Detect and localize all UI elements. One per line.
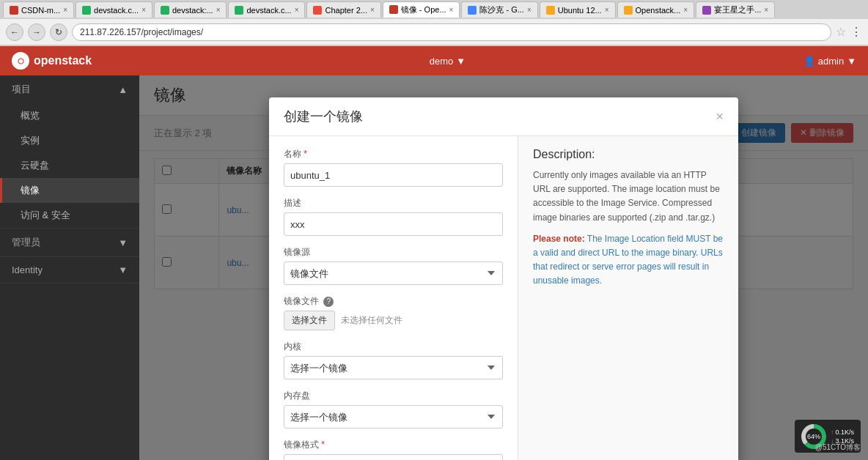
form-group-format: 镜像格式 * QCOW2 - QEMU 模拟器 RAW VHD VMDK ISO [284,439,503,460]
back-button[interactable]: ← [6,23,23,41]
modal-header: 创建一个镜像 × [269,97,738,136]
format-label: 镜像格式 * [284,439,503,451]
modal-form: 名称 * 描述 镜 [269,136,518,460]
desc-title: Description: [533,148,724,161]
format-select[interactable]: QCOW2 - QEMU 模拟器 RAW VHD VMDK ISO [284,454,503,460]
source-select[interactable]: 镜像文件 URL [284,261,503,285]
modal-overlay: 创建一个镜像 × 名称 * [139,75,868,460]
name-input[interactable] [284,163,503,187]
sidebar-item-access[interactable]: 访问 & 安全 [0,203,139,228]
file-none-text: 未选择任何文件 [341,314,402,327]
tab-devstack3[interactable]: devstack.c... × [228,1,305,18]
modal-title: 创建一个镜像 [284,108,363,125]
upload-arrow-icon: ↑ [831,429,834,436]
file-help-icon[interactable]: ? [323,297,334,307]
sidebar-identity-label: Identity [12,264,43,275]
nav-bar: ← → ↻ ☆ ⋮ [0,19,868,45]
sidebar-item-instances[interactable]: 实例 [0,128,139,153]
kernel-label: 内核 [284,341,503,353]
sidebar-project-label: 项目 [12,83,31,96]
format-required: * [321,439,325,450]
name-required: * [304,149,307,159]
form-group-name: 名称 * [284,148,503,187]
demo-dropdown-icon[interactable]: ▼ [456,56,466,67]
tab-ubuntu[interactable]: Ubuntu 12... × [540,1,616,18]
ramdisk-select[interactable]: 选择一个镜像 [284,405,503,429]
header-right: 👤 admin ▼ [803,56,856,67]
sidebar: 项目 ▲ 概览 实例 云硬盘 镜像 访问 & 安全 [0,75,139,460]
watermark: @51CTO博客 [815,442,861,453]
tab-chapter[interactable]: Chapter 2... × [306,1,380,18]
openstack-logo: ⬡ openstack [12,52,92,70]
desc-label: 描述 [284,197,503,209]
logo-icon: ⬡ [12,52,29,70]
sidebar-section-admin: 管理员 ▼ [0,229,139,257]
refresh-button[interactable]: ↻ [50,23,67,41]
tab-openstack[interactable]: Openstack... × [617,1,695,18]
sidebar-section-identity: Identity ▼ [0,257,139,283]
user-icon: 👤 [803,56,815,67]
sidebar-project-arrow: ▲ [118,84,128,95]
app-wrapper: ⬡ openstack demo ▼ 👤 admin ▼ 项目 ▲ 概览 [0,46,868,460]
logo-text: openstack [34,54,92,67]
app-header: ⬡ openstack demo ▼ 👤 admin ▼ [0,46,868,75]
desc-note: Please note: The Image Location field MU… [533,232,724,289]
desc-note-label: Please note: [533,234,585,244]
source-label: 镜像源 [284,246,503,259]
tab-csdn2[interactable]: 陈沙克 - G... × [461,1,537,18]
speed-upload-row: ↑ 0.1K/s [831,429,854,436]
modal-close-button[interactable]: × [716,110,724,123]
sidebar-item-images[interactable]: 镜像 [0,178,139,203]
sidebar-item-volumes[interactable]: 云硬盘 [0,153,139,178]
form-group-kernel: 内核 选择一个镜像 [284,341,503,379]
sidebar-identity-arrow: ▼ [118,264,128,275]
tab-yan[interactable]: 宴王星之手... × [696,1,775,18]
name-label: 名称 * [284,148,503,160]
upload-speed: 0.1K/s [835,429,854,436]
admin-dropdown-icon[interactable]: ▼ [847,56,856,67]
desc-input[interactable] [284,212,503,236]
tabs-bar: CSDN-m... × devstack.c... × devstack:...… [0,0,868,19]
menu-icon[interactable]: ⋮ [850,25,862,39]
desc-text: Currently only images available via an H… [533,168,724,225]
tab-devstack2[interactable]: devstack:... × [154,1,227,18]
form-group-file: 镜像文件 ? 选择文件 未选择任何文件 [284,295,503,330]
tab-images-active[interactable]: 镜像 - Ope... × [383,1,460,18]
address-bar[interactable] [72,23,831,41]
forward-button[interactable]: → [28,23,45,41]
sidebar-admin-arrow: ▼ [118,237,128,248]
create-image-modal: 创建一个镜像 × 名称 * [269,97,738,460]
sidebar-section-project: 项目 ▲ 概览 实例 云硬盘 镜像 访问 & 安全 [0,75,139,229]
form-group-ramdisk: 内存盘 选择一个镜像 [284,390,503,429]
sidebar-item-overview[interactable]: 概览 [0,103,139,128]
admin-label[interactable]: admin [818,56,844,67]
choose-file-button[interactable]: 选择文件 [284,311,335,330]
file-label: 镜像文件 ? [284,295,503,308]
sidebar-section-header-admin[interactable]: 管理员 ▼ [0,229,139,256]
modal-body: 名称 * 描述 镜 [269,136,738,460]
sidebar-admin-label: 管理员 [12,236,40,249]
sidebar-section-header-identity[interactable]: Identity ▼ [0,257,139,283]
tab-csdn[interactable]: CSDN-m... × [3,1,74,18]
main-content: 镜像 正在显示 2 项 公有 (5) + 创建镜像 ✕ 删除镜像 镜 [139,75,868,460]
demo-label[interactable]: demo [430,56,454,67]
bookmark-icon[interactable]: ☆ [836,25,846,39]
form-group-desc: 描述 [284,197,503,236]
content-area: 项目 ▲ 概览 实例 云硬盘 镜像 访问 & 安全 [0,75,868,460]
ramdisk-label: 内存盘 [284,390,503,402]
form-group-source: 镜像源 镜像文件 URL [284,246,503,285]
header-center: demo ▼ [430,56,466,67]
browser-chrome: CSDN-m... × devstack.c... × devstack:...… [0,0,868,46]
tab-devstack1[interactable]: devstack.c... × [76,1,152,18]
sidebar-section-header-project[interactable]: 项目 ▲ [0,75,139,103]
file-upload-row: 选择文件 未选择任何文件 [284,311,503,330]
kernel-select[interactable]: 选择一个镜像 [284,356,503,379]
modal-description-panel: Description: Currently only images avail… [518,136,738,460]
